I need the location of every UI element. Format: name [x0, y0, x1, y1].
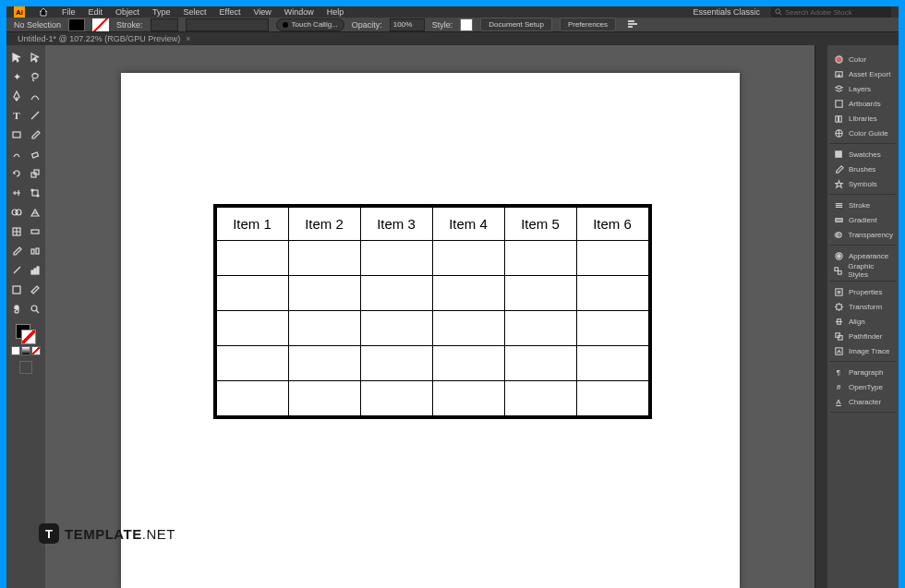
gradient-tool[interactable]: [27, 223, 43, 240]
mesh-tool[interactable]: [8, 223, 25, 240]
stroke-label: Stroke:: [116, 20, 143, 30]
close-icon[interactable]: ×: [186, 34, 190, 43]
menu-view[interactable]: View: [253, 7, 271, 17]
workspace-switcher[interactable]: Essentials Classic: [693, 7, 760, 17]
menu-window[interactable]: Window: [284, 7, 314, 17]
home-icon[interactable]: [38, 6, 49, 18]
panel-color[interactable]: Color: [829, 52, 897, 66]
document-setup-button[interactable]: Document Setup: [480, 18, 552, 31]
width-tool[interactable]: [8, 185, 25, 201]
panel-artboards[interactable]: Artboards: [829, 96, 897, 111]
artboard-tool[interactable]: [8, 282, 25, 298]
panel-align[interactable]: Align: [829, 314, 897, 329]
app-logo-icon[interactable]: Ai: [14, 6, 25, 18]
panel-paragraph[interactable]: ¶Paragraph: [829, 365, 897, 379]
panel-brushes[interactable]: Brushes: [829, 162, 897, 176]
svg-point-10: [37, 195, 39, 197]
character-icon: A: [833, 396, 844, 407]
menu-object[interactable]: Object: [115, 7, 139, 17]
line-tool[interactable]: [27, 107, 43, 124]
table-header-row: Item 1 Item 2 Item 3 Item 4 Item 5 Item …: [216, 208, 648, 241]
screen-mode-icon[interactable]: [19, 361, 32, 374]
canvas-area[interactable]: Item 1 Item 2 Item 3 Item 4 Item 5 Item …: [45, 45, 814, 588]
panel-stroke[interactable]: Stroke: [829, 198, 897, 212]
svg-point-21: [31, 306, 37, 311]
lasso-tool[interactable]: [27, 68, 43, 85]
stroke-swatch[interactable]: [92, 18, 109, 31]
panel-graphic-styles[interactable]: Graphic Styles: [829, 263, 897, 278]
menu-file[interactable]: File: [62, 7, 76, 17]
scale-tool[interactable]: [27, 165, 43, 182]
paintbrush-tool[interactable]: [27, 126, 43, 143]
panel-opentype[interactable]: fiOpenType: [829, 379, 897, 394]
gradient-mode-icon[interactable]: [21, 346, 30, 355]
gradient-panel-icon: [833, 214, 844, 225]
curvature-tool[interactable]: [27, 88, 43, 104]
menu-select[interactable]: Select: [184, 7, 207, 17]
hand-tool[interactable]: [8, 301, 25, 318]
svg-rect-18: [34, 269, 36, 274]
menu-help[interactable]: Help: [327, 7, 344, 17]
document-tab[interactable]: Untitled-1* @ 107.22% (RGB/GPU Preview) …: [10, 32, 198, 45]
zoom-tool[interactable]: [27, 301, 43, 318]
panel-layers[interactable]: Layers: [829, 81, 897, 96]
menu-effect[interactable]: Effect: [220, 7, 241, 17]
shape-builder-tool[interactable]: [8, 204, 25, 221]
direct-selection-tool[interactable]: [27, 49, 43, 66]
brush-picker[interactable]: Touch Callig...: [276, 18, 344, 31]
opacity-input[interactable]: [390, 18, 425, 31]
fill-stroke-swatches[interactable]: [16, 324, 36, 344]
svg-rect-3: [628, 26, 633, 28]
align-icon[interactable]: [627, 19, 638, 30]
style-swatch[interactable]: [460, 18, 473, 31]
panel-character[interactable]: ACharacter: [829, 394, 897, 409]
rectangle-tool[interactable]: [8, 126, 25, 143]
stroke-profile-input[interactable]: [186, 18, 269, 31]
svg-rect-26: [839, 115, 841, 121]
transparency-icon: [833, 229, 843, 240]
selection-tool[interactable]: [8, 49, 25, 66]
color-mode-icon[interactable]: [11, 346, 20, 355]
artboard[interactable]: Item 1 Item 2 Item 3 Item 4 Item 5 Item …: [121, 73, 740, 588]
panel-color-guide[interactable]: Color Guide: [829, 126, 897, 140]
panel-transform[interactable]: Transform: [829, 299, 897, 314]
preferences-button[interactable]: Preferences: [560, 18, 616, 31]
free-transform-tool[interactable]: [27, 185, 43, 201]
layers-icon: [833, 83, 844, 94]
panel-symbols[interactable]: Symbols: [829, 176, 897, 191]
panel-image-trace[interactable]: Image Trace: [829, 343, 897, 358]
graph-tool[interactable]: [27, 262, 43, 279]
panel-properties[interactable]: Properties: [829, 284, 897, 299]
type-tool[interactable]: T: [8, 107, 25, 124]
table-artwork[interactable]: Item 1 Item 2 Item 3 Item 4 Item 5 Item …: [213, 204, 652, 419]
blend-tool[interactable]: [27, 243, 43, 259]
panel-appearance[interactable]: Appearance: [829, 248, 897, 263]
menu-type[interactable]: Type: [152, 7, 171, 17]
panel-transparency[interactable]: Transparency: [829, 227, 897, 242]
perspective-tool[interactable]: [27, 204, 43, 221]
shaper-tool[interactable]: [8, 146, 25, 162]
image-trace-icon: [833, 345, 844, 356]
menu-edit[interactable]: Edit: [89, 7, 103, 17]
controlbar: No Selection Stroke: Touch Callig... Opa…: [6, 18, 899, 32]
eraser-tool[interactable]: [27, 146, 43, 162]
search-input[interactable]: Search Adobe Stock: [771, 6, 891, 18]
panel-pathfinder[interactable]: Pathfinder: [829, 329, 897, 343]
stroke-panel-icon: [833, 199, 844, 210]
svg-rect-20: [13, 286, 20, 294]
panel-asset-export[interactable]: Asset Export: [829, 66, 897, 81]
watermark-badge-icon: T: [39, 523, 59, 544]
rotate-tool[interactable]: [8, 165, 25, 182]
panel-gradient[interactable]: Gradient: [829, 212, 897, 227]
eyedropper-tool[interactable]: [8, 243, 25, 259]
panel-libraries[interactable]: Libraries: [829, 111, 897, 126]
panel-swatches[interactable]: Swatches: [829, 147, 897, 162]
slice-tool[interactable]: [27, 282, 43, 298]
none-mode-icon[interactable]: [31, 346, 41, 355]
pen-tool[interactable]: [8, 88, 25, 104]
fill-swatch[interactable]: [68, 18, 85, 31]
magic-wand-tool[interactable]: ✦: [8, 68, 25, 85]
stroke-weight-input[interactable]: [151, 18, 178, 31]
color-icon: [833, 54, 844, 65]
symbol-sprayer-tool[interactable]: [8, 262, 25, 279]
